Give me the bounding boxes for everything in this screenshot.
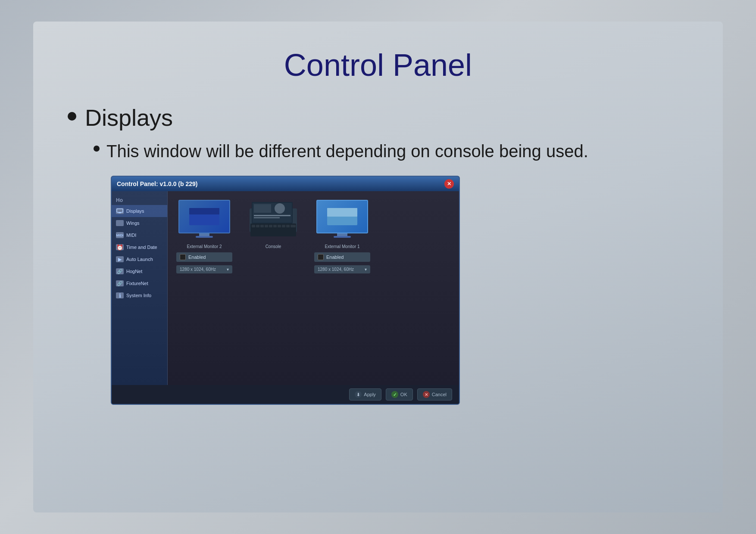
resolution-row-ext2: 1280 x 1024, 60Hz ▾ <box>176 265 232 273</box>
fixturenet-icon: 🔗 <box>116 280 124 286</box>
dialog-main-content: External Monitor 2 Enabled 1280 x 1024, … <box>168 191 459 385</box>
clock-icon: ⏰ <box>116 244 124 250</box>
svg-point-12 <box>275 203 285 214</box>
svg-rect-27 <box>327 208 357 217</box>
ok-button[interactable]: ✓ OK <box>386 388 413 400</box>
monitor-label-console: Console <box>266 244 281 249</box>
cancel-icon: ✕ <box>423 391 430 398</box>
main-bullet-list: Displays <box>68 104 688 131</box>
slide-title: Control Panel <box>68 47 688 83</box>
nav-label-autolaunch: Auto Launch <box>126 257 153 262</box>
resolution-dropdown-ext2[interactable]: ▾ <box>227 267 229 272</box>
enabled-text-ext2: Enabled <box>188 255 206 260</box>
monitor-label-ext2: External Monitor 2 <box>187 244 222 249</box>
hognet-icon: 🔗 <box>116 268 124 274</box>
svg-rect-5 <box>120 224 123 225</box>
slide-container: Control Panel Displays This window will … <box>33 22 723 512</box>
svg-rect-21 <box>273 225 277 227</box>
nav-item-hognet[interactable]: 🔗 HogNet <box>112 265 167 277</box>
monitor-img-ext2 <box>176 200 232 241</box>
dialog-title: Control Panel: v1.0.0 (b 229) <box>117 180 198 187</box>
nav-label-midi: MIDI <box>126 233 136 238</box>
enabled-checkbox-ext1[interactable] <box>318 254 324 260</box>
sub-bullet-item-window: This window will be different depending … <box>94 140 688 163</box>
dialog-body: Ho Displays <box>112 191 459 385</box>
nav-label-timedate: Time and Date <box>126 245 157 250</box>
control-panel-dialog: Control Panel: v1.0.0 (b 229) ✕ Ho Displ… <box>111 176 460 405</box>
svg-rect-3 <box>120 221 123 223</box>
monitor-col-ext2: External Monitor 2 Enabled 1280 x 1024, … <box>176 200 232 376</box>
nav-item-sysinfo[interactable]: ℹ System Info <box>112 289 167 301</box>
midi-icon: MIDI <box>116 232 124 238</box>
svg-rect-24 <box>286 225 290 227</box>
monitor-base-ext1 <box>334 236 351 238</box>
ok-icon: ✓ <box>391 391 398 398</box>
enabled-row-ext1: Enabled <box>314 252 370 262</box>
displays-icon <box>116 208 124 214</box>
svg-rect-22 <box>278 225 281 227</box>
dialog-titlebar: Control Panel: v1.0.0 (b 229) ✕ <box>112 177 459 191</box>
nav-item-wings[interactable]: Wings <box>112 217 167 229</box>
nav-label-fixturenet: FixtureNet <box>126 281 148 286</box>
dialog-sidebar: Ho Displays <box>112 191 168 385</box>
monitor-screen-ext1 <box>316 200 368 233</box>
svg-rect-2 <box>117 221 119 223</box>
sysinfo-icon: ℹ <box>116 292 124 298</box>
close-button[interactable]: ✕ <box>444 179 454 189</box>
monitor-screen-ext2 <box>178 200 230 233</box>
monitor-base-ext2 <box>196 236 213 238</box>
launch-icon: ▶ <box>116 256 124 262</box>
apply-label: Apply <box>364 392 376 397</box>
nav-item-timedate[interactable]: ⏰ Time and Date <box>112 241 167 253</box>
sub-bullet-dot <box>94 146 100 152</box>
nav-label-wings: Wings <box>126 220 140 226</box>
bullet-dot <box>68 112 76 121</box>
enabled-text-ext1: Enabled <box>326 255 344 260</box>
nav-label-displays: Displays <box>126 208 144 214</box>
svg-rect-14 <box>254 217 280 218</box>
nav-item-fixturenet[interactable]: 🔗 FixtureNet <box>112 277 167 289</box>
resolution-row-ext1: 1280 x 1024, 60Hz ▾ <box>314 265 370 273</box>
enabled-checkbox-ext2[interactable] <box>180 254 186 260</box>
resolution-text-ext2: 1280 x 1024, 60Hz <box>180 267 225 272</box>
sub-bullet-list: This window will be different depending … <box>68 140 688 163</box>
dialog-footer: ⬇ Apply ✓ OK ✕ Cancel <box>112 385 459 404</box>
console-monitor-wrap <box>245 200 301 241</box>
cancel-label: Cancel <box>432 392 447 397</box>
svg-rect-11 <box>254 204 271 213</box>
monitor-label-ext1: External Monitor 1 <box>325 244 359 249</box>
nav-item-midi[interactable]: MIDI MIDI <box>112 229 167 241</box>
svg-rect-25 <box>291 225 296 227</box>
svg-rect-7 <box>189 208 219 214</box>
svg-rect-16 <box>252 225 255 227</box>
monitor-col-ext1: External Monitor 1 Enabled 1280 x 1024, … <box>314 200 370 376</box>
enabled-row-ext2: Enabled <box>176 252 232 262</box>
cancel-button[interactable]: ✕ Cancel <box>417 388 452 400</box>
resolution-dropdown-ext1[interactable]: ▾ <box>365 267 367 272</box>
nav-label-hognet: HogNet <box>126 269 142 274</box>
svg-rect-23 <box>282 225 285 227</box>
bullet-text-displays: Displays <box>85 104 173 131</box>
ok-label: OK <box>400 392 407 397</box>
sidebar-header: Ho <box>112 196 167 205</box>
svg-rect-17 <box>256 225 259 227</box>
bullet-item-displays: Displays <box>68 104 688 131</box>
svg-rect-20 <box>269 225 272 227</box>
monitor-img-ext1 <box>314 200 370 241</box>
monitor-col-console: Console <box>245 200 301 376</box>
monitor-img-console <box>245 200 301 241</box>
sub-bullet-text: This window will be different depending … <box>106 140 588 163</box>
apply-button[interactable]: ⬇ Apply <box>349 388 381 400</box>
svg-rect-4 <box>117 224 119 225</box>
nav-item-displays[interactable]: Displays <box>112 205 167 217</box>
svg-rect-19 <box>265 225 268 227</box>
svg-rect-1 <box>119 212 121 213</box>
nav-item-autolaunch[interactable]: ▶ Auto Launch <box>112 253 167 265</box>
wings-icon <box>116 220 124 226</box>
svg-rect-0 <box>117 209 123 212</box>
svg-rect-13 <box>254 215 291 216</box>
apply-icon: ⬇ <box>355 391 362 398</box>
nav-label-sysinfo: System Info <box>126 293 151 298</box>
svg-rect-18 <box>260 225 264 227</box>
resolution-text-ext1: 1280 x 1024, 60Hz <box>318 267 363 272</box>
